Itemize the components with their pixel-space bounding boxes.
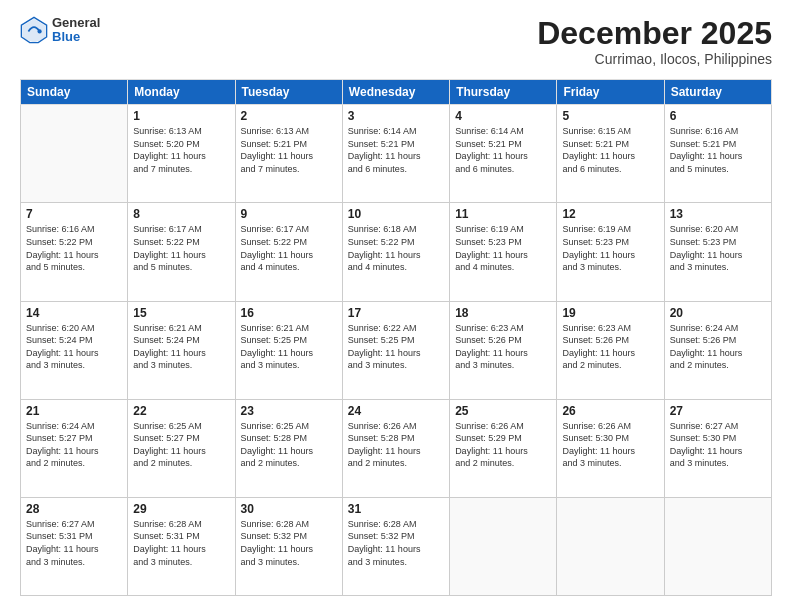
table-row: 25Sunrise: 6:26 AM Sunset: 5:29 PM Dayli… [450,399,557,497]
calendar: Sunday Monday Tuesday Wednesday Thursday… [20,79,772,596]
day-info: Sunrise: 6:27 AM Sunset: 5:31 PM Dayligh… [26,518,122,568]
day-info: Sunrise: 6:16 AM Sunset: 5:21 PM Dayligh… [670,125,766,175]
table-row: 27Sunrise: 6:27 AM Sunset: 5:30 PM Dayli… [664,399,771,497]
day-info: Sunrise: 6:24 AM Sunset: 5:26 PM Dayligh… [670,322,766,372]
day-number: 2 [241,109,337,123]
day-info: Sunrise: 6:26 AM Sunset: 5:29 PM Dayligh… [455,420,551,470]
day-number: 7 [26,207,122,221]
day-info: Sunrise: 6:15 AM Sunset: 5:21 PM Dayligh… [562,125,658,175]
col-sunday: Sunday [21,80,128,105]
day-info: Sunrise: 6:18 AM Sunset: 5:22 PM Dayligh… [348,223,444,273]
table-row: 8Sunrise: 6:17 AM Sunset: 5:22 PM Daylig… [128,203,235,301]
calendar-week-row: 7Sunrise: 6:16 AM Sunset: 5:22 PM Daylig… [21,203,772,301]
table-row [664,497,771,595]
table-row: 11Sunrise: 6:19 AM Sunset: 5:23 PM Dayli… [450,203,557,301]
table-row: 31Sunrise: 6:28 AM Sunset: 5:32 PM Dayli… [342,497,449,595]
day-number: 26 [562,404,658,418]
month-title: December 2025 [537,16,772,51]
day-number: 19 [562,306,658,320]
day-number: 6 [670,109,766,123]
day-info: Sunrise: 6:14 AM Sunset: 5:21 PM Dayligh… [348,125,444,175]
day-info: Sunrise: 6:26 AM Sunset: 5:28 PM Dayligh… [348,420,444,470]
table-row: 10Sunrise: 6:18 AM Sunset: 5:22 PM Dayli… [342,203,449,301]
table-row: 24Sunrise: 6:26 AM Sunset: 5:28 PM Dayli… [342,399,449,497]
table-row: 7Sunrise: 6:16 AM Sunset: 5:22 PM Daylig… [21,203,128,301]
col-tuesday: Tuesday [235,80,342,105]
table-row: 2Sunrise: 6:13 AM Sunset: 5:21 PM Daylig… [235,105,342,203]
day-info: Sunrise: 6:16 AM Sunset: 5:22 PM Dayligh… [26,223,122,273]
day-info: Sunrise: 6:23 AM Sunset: 5:26 PM Dayligh… [455,322,551,372]
day-info: Sunrise: 6:19 AM Sunset: 5:23 PM Dayligh… [455,223,551,273]
day-number: 25 [455,404,551,418]
day-number: 21 [26,404,122,418]
table-row: 17Sunrise: 6:22 AM Sunset: 5:25 PM Dayli… [342,301,449,399]
day-info: Sunrise: 6:27 AM Sunset: 5:30 PM Dayligh… [670,420,766,470]
col-thursday: Thursday [450,80,557,105]
table-row: 22Sunrise: 6:25 AM Sunset: 5:27 PM Dayli… [128,399,235,497]
day-number: 11 [455,207,551,221]
day-info: Sunrise: 6:13 AM Sunset: 5:21 PM Dayligh… [241,125,337,175]
page: General Blue December 2025 Currimao, Ilo… [0,0,792,612]
day-number: 24 [348,404,444,418]
day-info: Sunrise: 6:17 AM Sunset: 5:22 PM Dayligh… [133,223,229,273]
day-info: Sunrise: 6:22 AM Sunset: 5:25 PM Dayligh… [348,322,444,372]
calendar-week-row: 1Sunrise: 6:13 AM Sunset: 5:20 PM Daylig… [21,105,772,203]
day-number: 31 [348,502,444,516]
day-info: Sunrise: 6:21 AM Sunset: 5:25 PM Dayligh… [241,322,337,372]
day-number: 4 [455,109,551,123]
day-info: Sunrise: 6:25 AM Sunset: 5:28 PM Dayligh… [241,420,337,470]
col-monday: Monday [128,80,235,105]
table-row: 4Sunrise: 6:14 AM Sunset: 5:21 PM Daylig… [450,105,557,203]
table-row: 15Sunrise: 6:21 AM Sunset: 5:24 PM Dayli… [128,301,235,399]
day-number: 14 [26,306,122,320]
table-row: 20Sunrise: 6:24 AM Sunset: 5:26 PM Dayli… [664,301,771,399]
day-number: 20 [670,306,766,320]
col-saturday: Saturday [664,80,771,105]
table-row: 16Sunrise: 6:21 AM Sunset: 5:25 PM Dayli… [235,301,342,399]
col-friday: Friday [557,80,664,105]
day-number: 30 [241,502,337,516]
table-row: 3Sunrise: 6:14 AM Sunset: 5:21 PM Daylig… [342,105,449,203]
calendar-week-row: 28Sunrise: 6:27 AM Sunset: 5:31 PM Dayli… [21,497,772,595]
day-number: 18 [455,306,551,320]
header: General Blue December 2025 Currimao, Ilo… [20,16,772,67]
day-number: 12 [562,207,658,221]
day-number: 1 [133,109,229,123]
col-wednesday: Wednesday [342,80,449,105]
table-row: 23Sunrise: 6:25 AM Sunset: 5:28 PM Dayli… [235,399,342,497]
table-row: 6Sunrise: 6:16 AM Sunset: 5:21 PM Daylig… [664,105,771,203]
day-info: Sunrise: 6:28 AM Sunset: 5:32 PM Dayligh… [348,518,444,568]
table-row: 19Sunrise: 6:23 AM Sunset: 5:26 PM Dayli… [557,301,664,399]
day-number: 3 [348,109,444,123]
day-number: 27 [670,404,766,418]
logo-text: General Blue [52,16,100,45]
day-info: Sunrise: 6:20 AM Sunset: 5:24 PM Dayligh… [26,322,122,372]
calendar-week-row: 14Sunrise: 6:20 AM Sunset: 5:24 PM Dayli… [21,301,772,399]
table-row: 5Sunrise: 6:15 AM Sunset: 5:21 PM Daylig… [557,105,664,203]
table-row: 29Sunrise: 6:28 AM Sunset: 5:31 PM Dayli… [128,497,235,595]
table-row: 26Sunrise: 6:26 AM Sunset: 5:30 PM Dayli… [557,399,664,497]
logo-general: General [52,16,100,30]
day-info: Sunrise: 6:19 AM Sunset: 5:23 PM Dayligh… [562,223,658,273]
table-row: 9Sunrise: 6:17 AM Sunset: 5:22 PM Daylig… [235,203,342,301]
day-info: Sunrise: 6:13 AM Sunset: 5:20 PM Dayligh… [133,125,229,175]
day-number: 13 [670,207,766,221]
day-number: 23 [241,404,337,418]
table-row: 18Sunrise: 6:23 AM Sunset: 5:26 PM Dayli… [450,301,557,399]
table-row: 12Sunrise: 6:19 AM Sunset: 5:23 PM Dayli… [557,203,664,301]
table-row: 1Sunrise: 6:13 AM Sunset: 5:20 PM Daylig… [128,105,235,203]
day-number: 28 [26,502,122,516]
day-number: 8 [133,207,229,221]
svg-point-2 [38,30,42,34]
day-number: 5 [562,109,658,123]
day-number: 29 [133,502,229,516]
calendar-week-row: 21Sunrise: 6:24 AM Sunset: 5:27 PM Dayli… [21,399,772,497]
day-number: 9 [241,207,337,221]
day-number: 10 [348,207,444,221]
day-number: 17 [348,306,444,320]
day-info: Sunrise: 6:20 AM Sunset: 5:23 PM Dayligh… [670,223,766,273]
day-number: 16 [241,306,337,320]
table-row [450,497,557,595]
day-number: 22 [133,404,229,418]
day-info: Sunrise: 6:14 AM Sunset: 5:21 PM Dayligh… [455,125,551,175]
